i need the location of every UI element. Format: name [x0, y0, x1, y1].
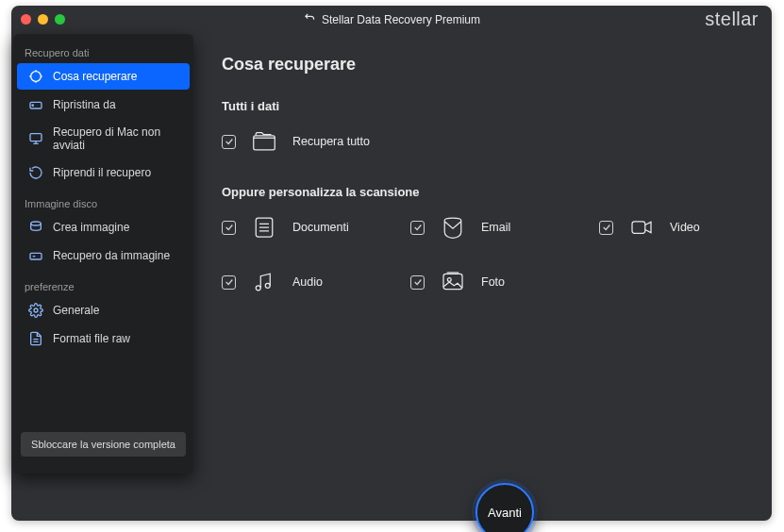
titlebar: Stellar Data Recovery Premium stellar: [11, 6, 772, 32]
option-email[interactable]: Email: [410, 212, 542, 242]
option-label: Audio: [292, 275, 323, 289]
sidebar-item-nonbooting-mac[interactable]: Recupero di Mac non avviati: [17, 120, 190, 158]
drive-icon: [28, 97, 43, 112]
drive-recover-icon: [28, 248, 43, 263]
svg-point-0: [31, 72, 42, 82]
disk-image-icon: [28, 220, 43, 235]
next-button-label: Avanti: [488, 506, 522, 520]
refresh-icon: [28, 165, 43, 180]
sidebar-item-label: Riprendi il recupero: [53, 166, 151, 179]
sidebar-item-label: Generale: [53, 304, 99, 317]
sidebar-item-restore-from[interactable]: Ripristina da: [17, 91, 190, 118]
app-window: Stellar Data Recovery Premium stellar Re…: [11, 6, 772, 521]
sidebar-group-label: Recupero dati: [13, 42, 193, 62]
title-center: Stellar Data Recovery Premium: [303, 11, 480, 27]
option-photo[interactable]: Foto: [410, 267, 542, 297]
close-window-button[interactable]: [21, 14, 31, 25]
option-label: Recupera tutto: [292, 135, 370, 148]
gear-icon: [28, 303, 43, 318]
sidebar: Recupero dati Cosa recuperare Ripristina…: [13, 34, 193, 474]
checkbox[interactable]: [222, 221, 236, 235]
svg-point-6: [34, 308, 38, 312]
checkbox[interactable]: [222, 135, 236, 149]
checkbox[interactable]: [410, 221, 425, 235]
svg-point-4: [31, 222, 42, 225]
sidebar-group-label: Immagine disco: [13, 192, 193, 213]
sidebar-item-label: Formati file raw: [53, 332, 130, 345]
sidebar-item-resume-recovery[interactable]: Riprendi il recupero: [17, 159, 190, 186]
option-documents[interactable]: Documenti: [222, 212, 354, 242]
option-audio[interactable]: Audio: [222, 267, 354, 297]
checkbox[interactable]: [410, 275, 425, 290]
svg-rect-3: [30, 134, 42, 141]
option-label: Foto: [481, 275, 505, 289]
document-list-icon: [28, 331, 43, 346]
sidebar-item-recover-from-image[interactable]: Recupero da immagine: [17, 242, 190, 269]
sidebar-item-what-to-recover[interactable]: Cosa recuperare: [17, 63, 190, 90]
svg-point-2: [32, 105, 33, 106]
audio-icon: [249, 267, 279, 297]
target-icon: [28, 69, 43, 84]
svg-rect-12: [443, 274, 462, 289]
svg-point-10: [256, 286, 260, 291]
documents-icon: [249, 212, 279, 242]
folder-all-icon: [249, 126, 279, 157]
brand-logo: stellar: [705, 8, 759, 30]
unlock-full-version-button[interactable]: Sbloccare la versione completa: [21, 432, 186, 457]
app-title: Stellar Data Recovery Premium: [322, 12, 480, 25]
sidebar-item-label: Crea immagine: [53, 221, 129, 234]
sidebar-item-label: Recupero da immagine: [53, 249, 170, 262]
sidebar-item-create-image[interactable]: Crea immagine: [17, 214, 190, 241]
option-label: Documenti: [292, 221, 349, 234]
video-icon: [626, 212, 657, 242]
sidebar-item-label: Ripristina da: [53, 98, 116, 111]
svg-point-11: [265, 283, 270, 288]
main-panel: Cosa recuperare Tutti i dati Recupera tu…: [193, 32, 772, 521]
checkbox[interactable]: [599, 221, 613, 235]
sidebar-item-general[interactable]: Generale: [17, 297, 190, 324]
maximize-window-button[interactable]: [55, 14, 65, 25]
svg-rect-5: [30, 253, 42, 259]
photo-icon: [438, 267, 468, 297]
option-label: Video: [670, 221, 700, 234]
page-title: Cosa recuperare: [222, 55, 745, 75]
back-icon[interactable]: [303, 11, 316, 27]
checkbox[interactable]: [222, 275, 236, 290]
svg-rect-9: [632, 222, 645, 234]
sidebar-group-label: preferenze: [13, 275, 193, 296]
window-controls: [21, 14, 65, 25]
sidebar-item-raw-formats[interactable]: Formati file raw: [17, 325, 190, 352]
email-icon: [438, 212, 468, 242]
option-label: Email: [481, 221, 510, 234]
option-recover-all[interactable]: Recupera tutto: [222, 126, 370, 157]
monitor-icon: [28, 131, 43, 146]
sidebar-item-label: Cosa recuperare: [53, 70, 137, 83]
section-customize-title: Oppure personalizza la scansione: [222, 185, 745, 199]
minimize-window-button[interactable]: [38, 14, 48, 25]
sidebar-item-label: Recupero di Mac non avviati: [53, 125, 178, 152]
svg-point-13: [447, 278, 451, 282]
section-all-data-title: Tutti i dati: [222, 99, 745, 113]
option-video[interactable]: Video: [599, 212, 731, 242]
